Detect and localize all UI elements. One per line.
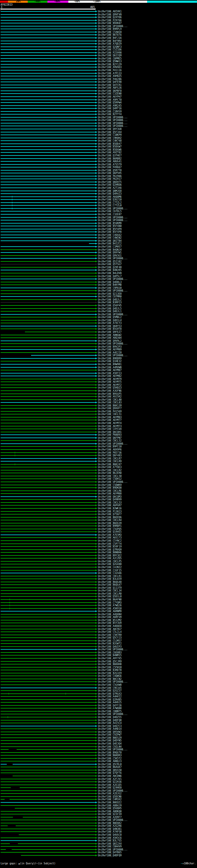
hit-row[interactable]: UniRef100_Q4N3B1 xyxy=(0,828,197,831)
hit-row[interactable]: UniRef100_Q5D1L8 xyxy=(0,595,197,598)
hit-row[interactable]: UniRef100_B3RP23 xyxy=(0,301,197,304)
hit-row[interactable]: UniRef100_Q213E8 xyxy=(0,292,197,295)
hit-row[interactable]: UniRef100_Q2GZ37 xyxy=(0,689,197,692)
hit-row[interactable]: UniRef100_Q4E3Q4 xyxy=(0,742,197,745)
hit-label[interactable]: UniRef100_Q113T9 xyxy=(98,587,122,589)
hit-row[interactable]: UniRef100_B4KYM8 xyxy=(0,284,197,286)
hit-label[interactable]: UniRef100_C4M3X2 xyxy=(98,798,122,801)
hit-label[interactable]: UniRef100_Q8ITB4 xyxy=(98,240,122,242)
hit-row[interactable]: UniRef100_B2Y129 xyxy=(0,63,197,66)
hit-row[interactable]: UniRef100_Q4DFQ8 xyxy=(0,719,197,722)
hit-row[interactable]: UniRef100_C7TZL2 xyxy=(0,202,197,204)
hit-row[interactable]: UniRef100_B6T6T6 xyxy=(0,34,197,36)
hit-label[interactable]: UniRef100_B9SGP5 xyxy=(98,393,122,395)
hit-row[interactable]: UniRef100_C4QWG6 xyxy=(0,675,197,677)
hit-label[interactable]: UniRef100_C4JNI2 xyxy=(98,566,122,569)
hit-row[interactable]: UniRef100_B6KDR3 xyxy=(0,754,197,757)
hit-row[interactable]: UniRef100_UPI0000... xyxy=(0,216,197,219)
hit-label[interactable]: UniRef100_A4QAN4 xyxy=(98,613,122,616)
hit-row[interactable]: UniRef100_B6EED6 xyxy=(0,516,197,519)
hit-row[interactable]: UniRef100_A2T3X6 xyxy=(0,187,197,189)
hit-row[interactable]: UniRef100_Q4FE98 xyxy=(0,81,197,84)
hit-label[interactable]: UniRef100_A6YM74 xyxy=(98,422,122,425)
hit-label[interactable]: UniRef100_A4RVW0 xyxy=(98,366,122,369)
hit-row[interactable]: UniRef100_C8CLR2 xyxy=(0,469,197,472)
hit-row[interactable]: UniRef100_Q4DFQ9 xyxy=(0,854,197,857)
hit-label[interactable]: UniRef100_UPI0000... xyxy=(98,313,127,316)
hit-row[interactable]: UniRef100_B4N395 xyxy=(0,269,197,272)
hit-label[interactable]: UniRef100_C8CL83 xyxy=(98,401,122,404)
hit-row[interactable]: UniRef100_C9PQ10 xyxy=(0,287,197,289)
hit-label[interactable]: UniRef100_B5FUP9 xyxy=(98,228,122,230)
hit-row[interactable]: UniRef100_A7P133 xyxy=(0,72,197,75)
hit-label[interactable]: UniRef100_A6YPH7 xyxy=(98,95,122,98)
hit-row[interactable]: UniRef100_Q5CRL0 xyxy=(0,763,197,766)
hit-row[interactable]: UniRef100_C1EE87 xyxy=(0,213,197,216)
hit-label[interactable]: UniRef100_B6AGK7 xyxy=(98,766,122,769)
hit-label[interactable]: UniRef100_UPI0000... xyxy=(98,354,127,357)
hit-label[interactable]: UniRef100_B2GWT2 xyxy=(98,642,122,645)
hit-row[interactable]: UniRef100_Q5NW13 xyxy=(0,60,197,63)
hit-row[interactable]: UniRef100_A8Q304 xyxy=(0,337,197,339)
hit-row[interactable]: UniRef100_B9RBP1 xyxy=(0,525,197,527)
hit-label[interactable]: UniRef100_B6E639 xyxy=(98,522,122,525)
hit-row[interactable]: UniRef100_B0E6K2 xyxy=(0,822,197,825)
hit-label[interactable]: UniRef100_Q19VE5 xyxy=(98,530,122,533)
hit-row[interactable]: UniRef100_C8CLP5 xyxy=(0,560,197,563)
hit-label[interactable]: UniRef100_A7TQE3 xyxy=(98,466,122,469)
hit-row[interactable]: UniRef100_Q9V9L2 xyxy=(0,340,197,342)
hit-label[interactable]: UniRef100_A2FJV1 xyxy=(98,778,122,780)
hit-label[interactable]: UniRef100_B9V2P3 xyxy=(98,345,122,348)
hit-label[interactable]: UniRef100_B6JER0 xyxy=(98,472,122,474)
hit-row[interactable]: UniRef100_C5P774 xyxy=(0,542,197,545)
hit-label[interactable]: UniRef100_A2T3X6 xyxy=(98,187,122,189)
hit-row[interactable]: UniRef100_A6YM75 xyxy=(0,380,197,383)
hit-label[interactable]: UniRef100_Q5KBZ3 xyxy=(98,386,122,389)
hit-label[interactable]: UniRef100_C3ZEN8 xyxy=(98,92,122,95)
hit-label[interactable]: UniRef100_UPI0000... xyxy=(98,119,127,122)
hit-label[interactable]: UniRef100_C4QWG6 xyxy=(98,675,122,677)
hit-label[interactable]: UniRef100_A6YM75 xyxy=(98,380,122,383)
hit-label[interactable]: UniRef100_B0EQI2 xyxy=(98,801,122,804)
hit-row[interactable]: UniRef100_C5KTR9 xyxy=(0,634,197,637)
hit-row[interactable]: UniRef100_A6YM88 xyxy=(0,492,197,495)
hit-row[interactable]: UniRef100_A7TQE3 xyxy=(0,466,197,469)
hit-label[interactable]: UniRef100_P25998 xyxy=(98,52,122,54)
hit-row[interactable]: UniRef100_P25998 xyxy=(0,52,197,54)
hit-row[interactable]: UniRef100_B8CCN2 xyxy=(0,678,197,680)
hit-label[interactable]: UniRef100_C4QG62 xyxy=(98,234,122,237)
hit-label[interactable]: UniRef100_Q5TSG7 xyxy=(98,263,122,266)
hit-row[interactable]: UniRef100_A4QAN4 xyxy=(0,613,197,616)
hit-label[interactable]: UniRef100_B3L659 xyxy=(98,578,122,581)
hit-label[interactable]: UniRef100_Q756F7 xyxy=(98,513,122,516)
hit-row[interactable]: UniRef100_B9DDR9 xyxy=(0,357,197,360)
hit-label[interactable]: UniRef100_Q4DJL1 xyxy=(98,310,122,313)
hit-label[interactable]: UniRef100_Q5UQH5 xyxy=(98,807,122,810)
hit-label[interactable]: UniRef100_Q3THE7 xyxy=(98,154,122,157)
hit-row[interactable]: UniRef100_A9R245 xyxy=(0,104,197,107)
hit-label[interactable]: UniRef100_B6AFN8 xyxy=(98,598,122,601)
hit-row[interactable]: UniRef100_C8CLR9 xyxy=(0,460,197,463)
hit-row[interactable]: UniRef100_B5IZM2 xyxy=(0,619,197,622)
hit-row[interactable]: UniRef100_Q2XTD6 xyxy=(0,16,197,19)
hit-label[interactable]: UniRef100_A5DTI3 xyxy=(98,372,122,375)
hit-label[interactable]: UniRef100_Q5R7T8 xyxy=(98,169,122,172)
hit-label[interactable]: UniRef100_C1MVE7 xyxy=(98,245,122,248)
hit-row[interactable]: UniRef100_B2GWT2 xyxy=(0,642,197,645)
hit-row[interactable]: UniRef100_Q4R4Z3 xyxy=(0,192,197,195)
hit-label[interactable]: UniRef100_C5Z1D6 xyxy=(98,48,122,51)
hit-row[interactable]: UniRef100_C4K748 xyxy=(0,140,197,142)
hit-row[interactable]: UniRef100_A6YM89 xyxy=(0,348,197,351)
hit-label[interactable]: UniRef100_C4YCU4 xyxy=(98,428,122,430)
hit-row[interactable]: UniRef100_P62917 xyxy=(0,178,197,180)
hit-label[interactable]: UniRef100_Q2QNF3 xyxy=(98,45,122,48)
hit-label[interactable]: UniRef100_C7TZL2 xyxy=(98,202,122,204)
hit-row[interactable]: UniRef100_A8UG41 xyxy=(0,160,197,163)
hit-label[interactable]: UniRef100_B4LDV0 xyxy=(98,272,122,275)
hit-label[interactable]: UniRef100_B8NBH6 xyxy=(98,551,122,554)
hit-label[interactable]: UniRef100_UPI0000... xyxy=(98,748,127,751)
hit-label[interactable]: UniRef100_A7S5T9 xyxy=(98,163,122,166)
hit-label[interactable]: UniRef100_P08093 xyxy=(98,434,122,436)
hit-row[interactable]: UniRef100_C8BNT5 xyxy=(0,710,197,713)
hit-row[interactable]: UniRef100_C3ZEN8 xyxy=(0,92,197,95)
